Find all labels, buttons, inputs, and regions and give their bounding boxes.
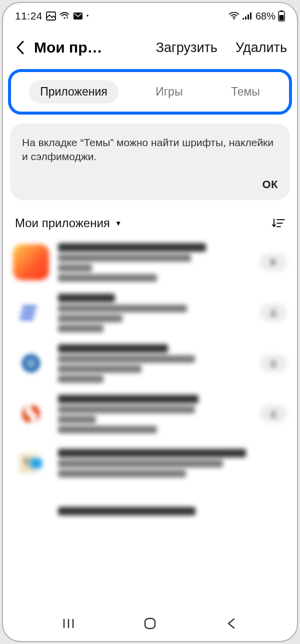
blurred-text (58, 274, 157, 282)
status-left: 11:24 • (15, 10, 88, 22)
download-button[interactable] (260, 354, 287, 372)
wifi-icon (228, 12, 240, 20)
svg-rect-14 (22, 306, 37, 309)
wifi-small-icon (60, 12, 70, 20)
section-title: Мои приложения (15, 216, 110, 230)
app-list: T (3, 237, 297, 608)
svg-text:T: T (23, 456, 30, 469)
app-icon (13, 396, 49, 432)
phone-frame: 11:24 • 68% (2, 2, 298, 642)
blurred-text (58, 264, 92, 272)
app-icon: T (13, 445, 49, 481)
sort-button[interactable] (272, 218, 285, 229)
svg-rect-7 (250, 13, 252, 20)
section-header: Мои приложения ▼ (3, 200, 297, 237)
svg-rect-6 (248, 15, 249, 20)
blurred-text (58, 254, 191, 262)
tabs-highlight: Приложения Игры Темы (8, 69, 292, 115)
app-icon (13, 345, 49, 381)
mail-icon (73, 12, 83, 20)
app-info (58, 344, 248, 383)
nav-back-button[interactable] (216, 617, 246, 629)
page-title: Мои при… (34, 39, 109, 56)
svg-point-1 (64, 17, 65, 19)
download-button[interactable] (260, 304, 287, 322)
blurred-text (58, 449, 246, 457)
blurred-text (58, 344, 168, 353)
blurred-text (58, 416, 96, 423)
blurred-text (58, 426, 157, 433)
svg-rect-22 (30, 458, 42, 468)
blurred-text (58, 375, 104, 383)
app-row[interactable] (3, 389, 297, 439)
delete-action[interactable]: Удалить (236, 40, 287, 56)
svg-rect-4 (242, 18, 244, 20)
svg-rect-10 (280, 15, 284, 21)
info-card: На вкладке “Темы” можно найти шрифты, на… (10, 124, 290, 200)
app-icon (13, 295, 49, 331)
back-button[interactable] (12, 40, 29, 55)
status-time: 11:24 (15, 10, 42, 22)
more-dot-icon: • (86, 13, 88, 20)
svg-rect-16 (20, 317, 34, 320)
blurred-text (58, 325, 104, 332)
app-row[interactable] (3, 237, 297, 288)
app-icon (13, 244, 49, 280)
app-info (58, 243, 248, 282)
header: Мои при… Загрузить Удалить (3, 24, 297, 65)
svg-point-3 (233, 18, 234, 20)
app-info (58, 395, 248, 433)
svg-rect-5 (245, 17, 246, 20)
blurred-text (58, 470, 186, 477)
status-right: 68% (228, 11, 285, 22)
section-dropdown[interactable]: Мои приложения ▼ (15, 216, 122, 230)
app-info (58, 449, 287, 477)
nav-bar (3, 608, 297, 641)
battery-icon (278, 11, 285, 22)
blurred-text (58, 305, 187, 312)
blurred-text (58, 315, 122, 322)
download-button[interactable] (260, 405, 287, 423)
blurred-text (58, 365, 142, 373)
app-info (58, 507, 287, 515)
app-row[interactable] (3, 338, 297, 389)
app-icon (13, 493, 49, 529)
app-info (58, 294, 248, 332)
status-bar: 11:24 • 68% (3, 3, 297, 24)
recent-apps-button[interactable] (54, 618, 84, 629)
blurred-text (58, 507, 196, 515)
app-row[interactable] (3, 487, 297, 535)
app-row[interactable] (3, 288, 297, 338)
chevron-down-icon: ▼ (115, 219, 122, 227)
download-action[interactable]: Загрузить (156, 40, 218, 56)
app-row[interactable]: T (3, 439, 297, 487)
blurred-text (58, 395, 198, 403)
blurred-text (58, 243, 206, 252)
gallery-icon (46, 12, 56, 21)
home-button[interactable] (135, 617, 165, 630)
svg-point-19 (28, 361, 34, 366)
svg-rect-26 (145, 618, 155, 628)
signal-icon (242, 12, 252, 20)
blurred-text (58, 460, 223, 467)
tab-games[interactable]: Игры (144, 80, 194, 104)
tab-apps[interactable]: Приложения (29, 80, 118, 104)
info-ok-button[interactable]: ОК (22, 178, 278, 191)
info-text: На вкладке “Темы” можно найти шрифты, на… (22, 136, 278, 164)
svg-rect-15 (20, 311, 36, 314)
blurred-text (58, 294, 115, 302)
battery-text: 68% (256, 11, 276, 22)
blurred-text (58, 406, 195, 413)
blurred-text (58, 355, 195, 363)
play-button[interactable] (260, 253, 287, 271)
tab-themes[interactable]: Темы (220, 80, 271, 104)
